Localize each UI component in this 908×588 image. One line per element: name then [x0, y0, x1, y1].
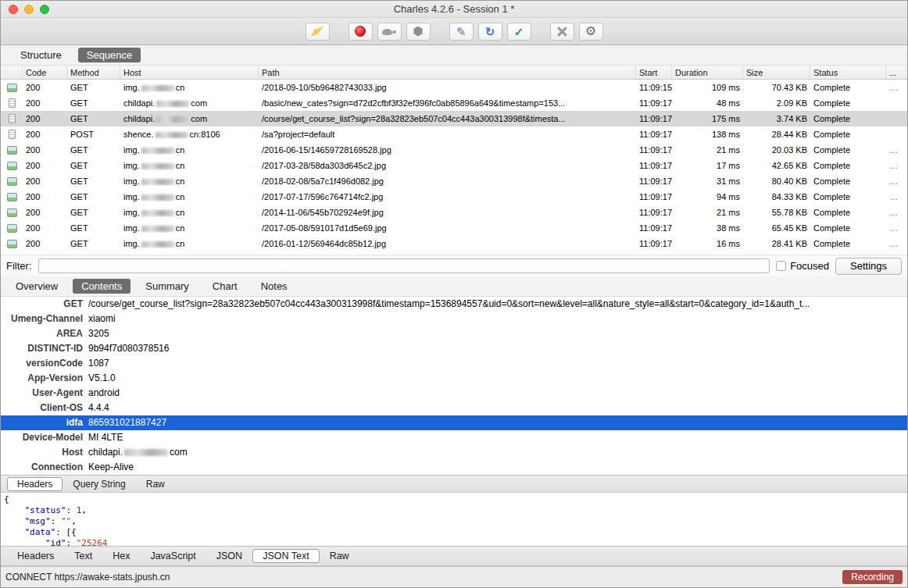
tab-notes[interactable]: Notes	[252, 279, 296, 294]
header-name: GET	[1, 297, 88, 312]
settings-filter-button[interactable]: Settings	[835, 258, 902, 275]
status-cell: Complete	[810, 161, 886, 170]
header-row[interactable]: Host childapi.com	[1, 445, 907, 460]
redacted-text	[156, 116, 189, 123]
header-value-text: Keep-Alive	[88, 461, 134, 472]
tab-overview[interactable]: Overview	[7, 279, 66, 294]
clear-session-button[interactable]	[306, 23, 330, 41]
header-value-text: 9b94f7d080378516	[88, 343, 169, 354]
tab-chart[interactable]: Chart	[204, 279, 246, 294]
request-row[interactable]: 200 GET img.cn /2018-02-08/5a7c1f496d082…	[1, 173, 907, 189]
header-value-text: 865931021887427	[88, 417, 166, 428]
host-suffix: cn	[176, 176, 185, 186]
request-row[interactable]: 200 GET img.cn /2014-11-06/545b702924e9f…	[1, 205, 907, 220]
request-row[interactable]: 200 GET img.cn /2016-01-12/569464dc85b12…	[1, 236, 907, 251]
more-cell: …	[886, 176, 907, 186]
header-row[interactable]: GET /course/get_course_list?sign=28a3282…	[1, 297, 907, 312]
code-cell: 200	[23, 192, 67, 201]
throttle-button[interactable]	[377, 23, 402, 41]
request-row[interactable]: 200 GET img.cn /2017-05-08/591017d1d5e69…	[1, 220, 907, 236]
tools-button[interactable]	[550, 23, 574, 41]
request-tab-query-string[interactable]: Query String	[63, 477, 135, 491]
validate-button[interactable]: ✓	[507, 23, 531, 41]
column-header[interactable]: Size	[743, 66, 810, 79]
repeat-button[interactable]: ↻	[478, 23, 502, 41]
status-cell: Complete	[810, 239, 886, 248]
tab-contents[interactable]: Contents	[73, 279, 130, 294]
request-row[interactable]: 200 GET img.cn /2017-03-28/58da303d645c2…	[1, 158, 907, 173]
start-cell: 11:09:17	[636, 223, 672, 233]
hexagon-icon	[413, 27, 424, 37]
size-cell: 3.74 KB	[743, 114, 810, 123]
response-tab-json[interactable]: JSON	[206, 549, 252, 563]
close-button[interactable]	[9, 5, 18, 14]
filter-input[interactable]	[38, 258, 770, 273]
response-tab-json-text[interactable]: JSON Text	[252, 549, 320, 563]
document-icon	[9, 130, 16, 139]
host-prefix: img.	[123, 239, 140, 248]
column-header[interactable]: ...	[886, 66, 908, 79]
response-tab-hex[interactable]: Hex	[102, 549, 140, 563]
header-row[interactable]: Connection Keep-Alive	[1, 460, 907, 475]
gear-icon: ⚙	[585, 25, 596, 37]
redacted-text	[141, 85, 174, 91]
image-icon	[7, 146, 17, 155]
method-cell: GET	[67, 83, 120, 92]
response-tab-text[interactable]: Text	[64, 549, 102, 563]
focused-checkbox[interactable]	[776, 261, 786, 271]
column-header[interactable]: Status	[810, 66, 886, 79]
header-row[interactable]: Client-OS 4.4.4	[1, 401, 907, 415]
minimize-button[interactable]	[24, 5, 34, 14]
breakpoints-button[interactable]	[406, 23, 431, 41]
column-header[interactable]: Method	[67, 66, 120, 79]
header-row[interactable]: App-Version V5.1.0	[1, 371, 907, 386]
header-row[interactable]: versionCode 1087	[1, 356, 907, 371]
column-header[interactable]: Code	[23, 66, 67, 79]
request-tab-raw[interactable]: Raw	[136, 477, 175, 491]
record-button[interactable]	[349, 23, 373, 41]
host-suffix: cn	[176, 192, 185, 201]
header-value-text: MI 4LTE	[88, 432, 123, 443]
more-cell: …	[886, 161, 907, 170]
column-header[interactable]: Duration	[672, 66, 743, 79]
request-row[interactable]: 200 GET childapi.com /basic/new_cates?si…	[1, 95, 907, 111]
title-bar: Charles 4.2.6 - Session 1 *	[1, 1, 907, 18]
settings-button[interactable]: ⚙	[579, 23, 603, 41]
request-tab-headers[interactable]: Headers	[7, 477, 63, 491]
response-tab-headers[interactable]: Headers	[7, 549, 64, 563]
header-row[interactable]: User-Agent android	[1, 386, 907, 401]
header-name: Host	[1, 445, 88, 460]
header-row[interactable]: idfa 865931021887427	[1, 415, 907, 430]
row-icon-cell	[1, 84, 23, 92]
path-cell: /basic/new_cates?sign=d72d2cfbf3f32ef396…	[259, 98, 636, 108]
column-header[interactable]: Path	[259, 66, 636, 79]
header-row[interactable]: AREA 3205	[1, 326, 907, 341]
tab-structure[interactable]: Structure	[12, 48, 70, 62]
column-header[interactable]: Start	[636, 66, 672, 79]
request-row[interactable]: 200 GET img.cn /2017-07-17/596c764714fc2…	[1, 189, 907, 205]
response-tab-javascript[interactable]: JavaScript	[140, 549, 206, 563]
more-cell: …	[886, 239, 907, 248]
tab-sequence[interactable]: Sequence	[78, 48, 141, 62]
column-header[interactable]	[1, 66, 23, 79]
request-row[interactable]: 200 GET img.cn /2016-06-15/1465972816952…	[1, 142, 907, 158]
start-cell: 11:09:17	[636, 98, 672, 108]
tab-summary[interactable]: Summary	[137, 279, 198, 294]
request-row[interactable]: 200 GET img.cn /2018-09-10/5b96482743033…	[1, 80, 907, 95]
broom-icon	[311, 27, 324, 37]
compose-button[interactable]: ✎	[449, 23, 474, 41]
response-tab-raw[interactable]: Raw	[320, 549, 359, 563]
duration-cell: 21 ms	[672, 208, 743, 217]
redacted-text	[141, 148, 174, 154]
header-row[interactable]: DISTINCT-ID 9b94f7d080378516	[1, 341, 907, 356]
column-header[interactable]: Host	[120, 66, 259, 79]
row-icon-cell	[1, 130, 23, 139]
size-cell: 42.65 KB	[743, 161, 810, 170]
request-row[interactable]: 200 GET childapi.com /course/get_course_…	[1, 111, 907, 127]
request-row[interactable]: 200 POST shence.cn:8106 /sa?project=defa…	[1, 127, 907, 142]
header-row[interactable]: Umeng-Channel xiaomi	[1, 312, 907, 326]
zoom-button[interactable]	[40, 5, 49, 14]
header-row[interactable]: Device-Model MI 4LTE	[1, 430, 907, 445]
header-value-suffix: com	[170, 447, 188, 458]
repeat-icon: ↻	[485, 26, 495, 37]
